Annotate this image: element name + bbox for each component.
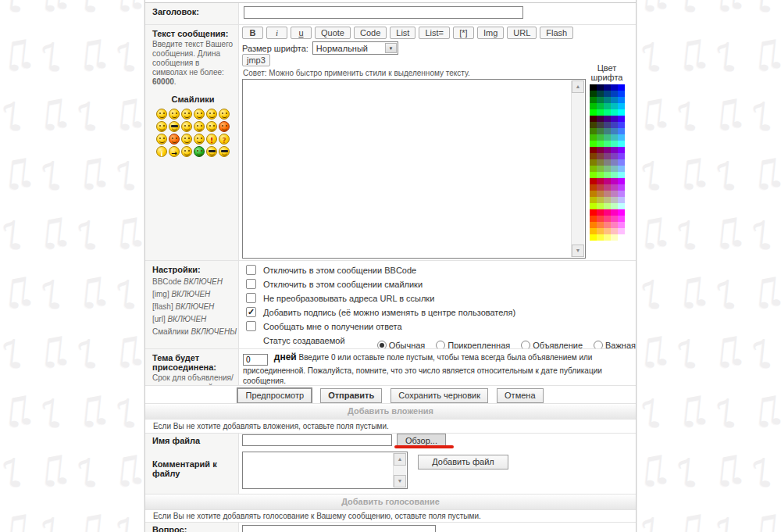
color-swatch-40ffbf[interactable] — [611, 141, 618, 147]
color-swatch-ffbf00[interactable] — [590, 228, 597, 234]
checkbox[interactable] — [246, 321, 256, 331]
scroll-down-icon[interactable]: ▼ — [394, 475, 406, 487]
crazy-smiley-icon[interactable] — [181, 134, 192, 145]
color-swatch-80bfbf[interactable] — [611, 166, 618, 172]
color-swatch-00ff80[interactable] — [604, 109, 611, 116]
color-swatch-ff40bf[interactable] — [611, 216, 618, 222]
shocked-smiley-icon[interactable] — [206, 109, 217, 120]
poll-question-input[interactable] — [242, 525, 436, 532]
color-swatch-ff8080[interactable] — [604, 222, 611, 228]
color-swatch-0040ff[interactable] — [618, 91, 625, 97]
color-swatch-8000bf[interactable] — [611, 147, 618, 153]
color-swatch-bf80ff[interactable] — [618, 191, 625, 197]
bbcode-button-listeq[interactable]: List= — [419, 27, 450, 39]
grin-smiley-icon[interactable] — [194, 121, 205, 132]
color-swatch-00bfff[interactable] — [618, 103, 625, 109]
glasses-smiley-icon[interactable] — [219, 146, 230, 157]
very-happy-smiley-icon[interactable] — [206, 121, 217, 132]
embarrassed-smiley-icon[interactable] — [156, 134, 167, 145]
bbcode-button-flash[interactable]: Flash — [540, 27, 573, 39]
color-swatch-00bf40[interactable] — [597, 103, 604, 109]
eek-smiley-icon[interactable] — [194, 109, 205, 120]
color-swatch-004040[interactable] — [597, 91, 604, 97]
color-swatch-bfff80[interactable] — [604, 203, 611, 209]
checkbox[interactable] — [246, 279, 256, 289]
color-swatch-ffbfff[interactable] — [618, 228, 625, 234]
checkbox[interactable]: ✓ — [246, 307, 256, 317]
color-swatch-000000[interactable] — [590, 84, 597, 91]
add-file-button[interactable]: Добавить файл — [418, 455, 508, 470]
color-swatch-8040ff[interactable] — [618, 153, 625, 159]
color-swatch-40bfff[interactable] — [618, 134, 625, 141]
color-swatch-40ff00[interactable] — [590, 141, 597, 147]
font-size-select[interactable]: Нормальный ▼ — [312, 41, 398, 55]
color-swatch-808080[interactable] — [604, 159, 611, 166]
color-swatch-bf0040[interactable] — [597, 178, 604, 184]
cool-smiley-icon[interactable] — [169, 121, 180, 132]
color-swatch-004000[interactable] — [590, 91, 597, 97]
color-swatch-80ffbf[interactable] — [611, 172, 618, 178]
color-swatch-80bfff[interactable] — [618, 166, 625, 172]
color-swatch-408080[interactable] — [604, 128, 611, 134]
color-swatch-bfbf80[interactable] — [604, 197, 611, 203]
exclaim-smiley-icon[interactable]: ! — [206, 134, 217, 145]
color-swatch-00ffbf[interactable] — [611, 109, 618, 116]
color-swatch-ffffbf[interactable] — [611, 234, 618, 241]
razz-smiley-icon[interactable] — [181, 109, 192, 120]
color-swatch-80ff80[interactable] — [604, 172, 611, 178]
geek-smiley-icon[interactable] — [206, 146, 217, 157]
color-swatch-4000ff[interactable] — [618, 116, 625, 122]
color-swatch-bf0000[interactable] — [590, 178, 597, 184]
bbcode-button-img[interactable]: Img — [477, 27, 504, 39]
excited-smiley-icon[interactable] — [169, 109, 180, 120]
color-swatch-ff4080[interactable] — [604, 216, 611, 222]
color-swatch-bfff00[interactable] — [590, 203, 597, 209]
color-swatch-40bf00[interactable] — [590, 134, 597, 141]
color-swatch-ffbf40[interactable] — [597, 228, 604, 234]
color-swatch-4040bf[interactable] — [611, 122, 618, 128]
color-swatch-000080[interactable] — [604, 84, 611, 91]
color-swatch-bf00bf[interactable] — [611, 178, 618, 184]
color-swatch-0000ff[interactable] — [618, 84, 625, 91]
color-swatch-008080[interactable] — [604, 97, 611, 103]
color-swatch-ff8000[interactable] — [590, 222, 597, 228]
color-swatch-ffff00[interactable] — [590, 234, 597, 241]
bbcode-button-quote[interactable]: Quote — [315, 27, 351, 39]
preview-button[interactable]: Предпросмотр — [237, 388, 312, 403]
color-swatch-bf4080[interactable] — [604, 184, 611, 191]
mrgreen-smiley-icon[interactable] — [194, 146, 205, 157]
jmp3-button[interactable]: jmp3 — [242, 54, 270, 66]
color-swatch-40ff40[interactable] — [597, 141, 604, 147]
bbcode-button-item[interactable]: [*] — [453, 27, 474, 39]
chevron-down-icon[interactable]: ▼ — [385, 43, 397, 53]
idea-smiley-icon[interactable]: ¡ — [156, 146, 167, 157]
laughing-smiley-icon[interactable] — [181, 121, 192, 132]
days-input[interactable] — [243, 354, 268, 366]
color-swatch-bfbfbf[interactable] — [611, 197, 618, 203]
color-swatch-808000[interactable] — [590, 159, 597, 166]
color-swatch-bf40bf[interactable] — [611, 184, 618, 191]
arrow-smiley-icon[interactable]: → — [169, 146, 180, 157]
color-swatch-ff00ff[interactable] — [618, 209, 625, 216]
color-swatch-ffbf80[interactable] — [604, 228, 611, 234]
color-swatch-4040ff[interactable] — [618, 122, 625, 128]
color-swatch-bf4000[interactable] — [590, 184, 597, 191]
color-swatch-400080[interactable] — [604, 116, 611, 122]
color-swatch-0000bf[interactable] — [611, 84, 618, 91]
file-comment-textarea[interactable]: ▲ ▼ — [242, 452, 408, 489]
color-swatch-408000[interactable] — [590, 128, 597, 134]
color-swatch-bf4040[interactable] — [597, 184, 604, 191]
message-scrollbar[interactable]: ▲ ▼ — [571, 80, 584, 257]
scroll-up-icon[interactable]: ▲ — [572, 80, 584, 93]
color-swatch-ff4000[interactable] — [590, 216, 597, 222]
color-swatch-00bf00[interactable] — [590, 103, 597, 109]
title-input[interactable] — [244, 6, 523, 19]
color-swatch-004080[interactable] — [604, 91, 611, 97]
color-swatch-00ffff[interactable] — [618, 109, 625, 116]
color-swatch-4080bf[interactable] — [611, 128, 618, 134]
color-swatch-8080bf[interactable] — [611, 159, 618, 166]
color-swatch-8000ff[interactable] — [618, 147, 625, 153]
color-swatch-00ff40[interactable] — [597, 109, 604, 116]
checkbox[interactable] — [246, 265, 256, 275]
color-swatch-ff40ff[interactable] — [618, 216, 625, 222]
